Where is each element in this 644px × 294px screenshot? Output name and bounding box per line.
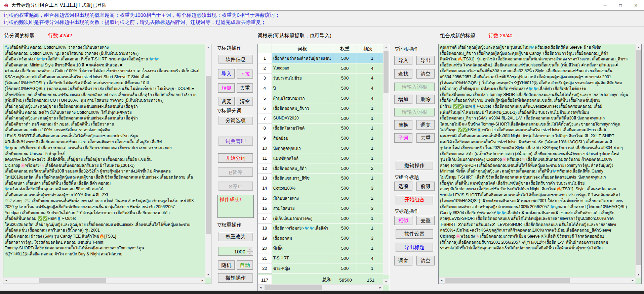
auto-weight-button[interactable]: 自动 (237, 260, 253, 270)
spinner-up-icon[interactable]: ▲ (247, 247, 253, 252)
software-info-button[interactable]: 软件信息 (218, 55, 253, 64)
find-root-button[interactable]: 查找 (394, 69, 412, 79)
scroll-thumb[interactable] (39, 278, 106, 283)
close-button[interactable]: ✕ (628, 0, 644, 10)
root-table-row[interactable]: 11แมทช์ทุกสไตล์5001 (258, 153, 383, 163)
replace-root-button[interactable]: 替换 (394, 120, 412, 130)
scroll-left-icon[interactable]: ◀ (3, 278, 9, 283)
root-table-row[interactable]: 9สีมัดย้อม5001 (258, 133, 383, 143)
similar-titles-button[interactable]: 相似 (218, 83, 235, 93)
source-horizontal-scrollbar[interactable]: ◀ ▶ (3, 277, 205, 284)
subword-button[interactable]: 子词 (394, 133, 412, 143)
dictionary-manage-button[interactable]: 词典管理 (218, 137, 253, 146)
root-table-row[interactable]: 15มีเก็บปลายทาง5002 (258, 193, 383, 203)
root-table-row[interactable]: 3รับประกันไม่ย้วย5004 (258, 74, 383, 84)
root-table-row[interactable]: 5ผ้านุ่มใส่สบายมาก5004 (258, 93, 383, 103)
clear-results-button[interactable]: 清空 (416, 256, 435, 265)
root-table-row[interactable]: 22ชาย-หญิง5001 (258, 263, 383, 274)
widen-titles-button[interactable]: 调宽 (218, 97, 235, 106)
minimize-button[interactable]: ─ (597, 0, 613, 10)
scroll-up-icon[interactable]: ▲ (383, 44, 389, 50)
root-input-1[interactable]: 请输入词根 (394, 83, 435, 91)
scroll-right-icon[interactable]: ▶ (630, 278, 636, 283)
root-table[interactable]: 词根 权重 频次 1เสื้อกล้ามลำลองสำหรับผู้ชายแขน… (257, 44, 389, 291)
weight-change-button[interactable]: 权重改为 (218, 232, 253, 241)
start-combine-button[interactable]: 开始组合 (396, 195, 433, 204)
add-root-button[interactable]: 增加 (394, 95, 412, 104)
scroll-thumb[interactable] (445, 278, 570, 283)
import-titles-button[interactable]: 导入 (218, 69, 235, 79)
combine-options-button[interactable]: 选项 (394, 182, 412, 191)
clear-titles-button[interactable]: 清空 (237, 97, 253, 106)
prefix-button[interactable]: 前缀 (416, 182, 435, 191)
root-table-row[interactable]: 10ปังทุกลุคทุกแนว5001 (258, 143, 383, 153)
section-root-ops: ▽词根操作 (395, 46, 419, 52)
result-titles-textarea[interactable]: คุณภาพดี เสื้อผ้าคุณผู้หญิงและคุณผู้ชาย … (438, 44, 642, 284)
scroll-thumb[interactable] (265, 285, 322, 290)
undo-weight-button[interactable]: 撤销操作 (218, 273, 253, 283)
widen-roots-button[interactable]: 调宽 (416, 120, 435, 130)
root-input-2[interactable]: 请输入词根 (394, 108, 435, 116)
weight-value[interactable]: 1000 (218, 247, 247, 255)
scroll-up-icon[interactable]: ▲ (205, 44, 211, 50)
settings-button[interactable]: 软件设置 (396, 229, 433, 239)
result-vertical-scrollbar[interactable]: ▲ ▼ (635, 44, 641, 278)
scroll-right-icon[interactable]: ▶ (200, 278, 205, 283)
source-vertical-scrollbar[interactable]: ▲ ▼ (205, 44, 211, 278)
stop-button[interactable]: S停止 (218, 182, 253, 191)
segment-options-button[interactable]: 分词选项 (218, 116, 253, 125)
weight-value-spinner[interactable]: 1000 ▲ ▼ (218, 247, 253, 256)
dedupe-roots-button[interactable]: 去重 (416, 133, 435, 143)
clear-roots-button[interactable]: 清空 (416, 69, 435, 79)
root-table-row[interactable]: 7SUNDAY20205001 (258, 113, 383, 124)
source-titles-textarea[interactable]: 🐾เสื้อยืดสีพื้น ตอกลม Cotton100% ราคาส่ง… (3, 44, 211, 284)
root-table-row[interactable]: 16สวมใส่สบาย5003 (258, 203, 383, 213)
root-table-row[interactable]: 18เสื้อยืด⚡พร้อมส่ง⚡🐦🐦เสื้อสีดำ5001 (258, 224, 383, 234)
root-table-row[interactable]: 17(มีเก็บเงินปลายทางค่ะ)5001 (258, 213, 383, 224)
scroll-thumb[interactable] (384, 51, 389, 93)
scroll-left-icon[interactable]: ◀ (439, 278, 444, 283)
scroll-up-icon[interactable]: ▲ (636, 44, 641, 50)
export-titles-button[interactable]: 导出标题 (396, 243, 433, 252)
export-roots-button[interactable]: 导出 (416, 56, 435, 65)
scroll-right-icon[interactable]: ▶ (377, 285, 383, 290)
pause-button[interactable]: P暂停 (218, 167, 253, 177)
start-segment-button[interactable]: 开始分词 (218, 153, 253, 163)
footer-weight-sum: 58500 (333, 275, 358, 285)
bottom-strip (0, 291, 644, 294)
maximize-button[interactable]: □ (613, 0, 628, 10)
import-roots-button[interactable]: 导入 (394, 56, 412, 65)
dedupe-results-button[interactable]: 去重 (416, 216, 435, 225)
scroll-thumb[interactable] (206, 76, 211, 234)
scroll-down-icon[interactable]: ▼ (383, 279, 389, 285)
similar-results-button[interactable]: 相似 (394, 216, 412, 225)
scroll-left-icon[interactable]: ◀ (258, 285, 264, 290)
root-table-row[interactable]: 13เสื้อยืดแขนยาว_สีพืช5001 (258, 174, 383, 184)
delete-root-button[interactable]: 删除 (416, 95, 435, 104)
root-table-row[interactable]: 1เสื้อกล้ามลำลองสำหรับผู้ชายแขน5001 (258, 53, 383, 63)
dropdown-button[interactable]: 下拉 (237, 69, 253, 79)
table-vertical-scrollbar[interactable]: ▲ ▼ (383, 44, 389, 275)
root-table-row[interactable]: 8เสื้อยืดโอเวอร์ไซต์5001 (258, 124, 383, 134)
table-horizontal-scrollbar[interactable]: ◀ ▶ (258, 284, 383, 291)
root-table-row[interactable]: 21T-SHIRT5004 (258, 253, 383, 263)
random-weight-button[interactable]: 随机 (218, 260, 235, 270)
cell-root: สวมใส่สบาย (272, 203, 333, 213)
root-table-row[interactable]: 2Yuedpao5004 (258, 63, 383, 74)
result-horizontal-scrollbar[interactable]: ◀ ▶ (439, 277, 636, 284)
scroll-down-icon[interactable]: ▼ (636, 272, 641, 278)
root-table-row[interactable]: 19เสื้อตอกลม5003 (258, 233, 383, 243)
root-table-row[interactable]: 4ปี5004 (258, 83, 383, 93)
widen-results-button[interactable]: 调宽 (394, 256, 412, 265)
root-table-row[interactable]: 20ทีเชิ๊ต5001 (258, 243, 383, 253)
dedupe-titles-button[interactable]: 去重 (237, 83, 253, 93)
title-line: สวยๆ มีเก็บปลายทาง เสื้อยืดแฟชั่น รับประ… (440, 186, 635, 192)
spinner-down-icon[interactable]: ▼ (247, 252, 253, 256)
scroll-thumb[interactable] (636, 50, 641, 265)
scroll-down-icon[interactable]: ▼ (205, 272, 211, 278)
cell-weight: 500 (333, 213, 357, 224)
root-table-row[interactable]: 6เสื้อยืดตอกลม_สีขาว5001 (258, 103, 383, 113)
root-table-row[interactable]: 14Cotton100%5003 (258, 183, 383, 193)
root-table-row[interactable]: 12เสื้อยืดตอกลม_สีดำ5002 (258, 163, 383, 174)
undo-roots-button[interactable]: 撤销操作 (396, 161, 433, 170)
